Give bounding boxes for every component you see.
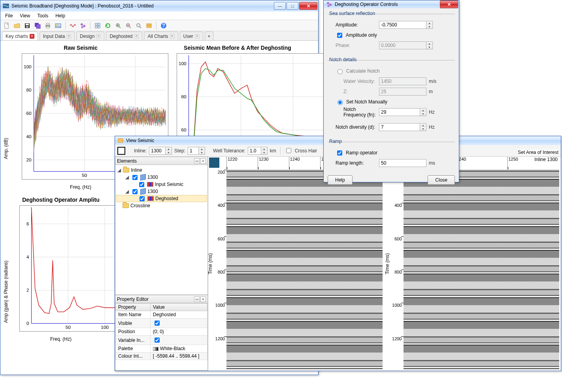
amplitude-only-checkbox[interactable]: [337, 33, 342, 38]
elements-panel-header[interactable]: Elements ▭ ×: [115, 157, 208, 165]
tab-key-charts[interactable]: Key charts×: [2, 32, 38, 40]
menu-view[interactable]: View: [17, 12, 33, 19]
panel-float-icon[interactable]: ▭: [194, 296, 200, 302]
chart-plot[interactable]: 501000246: [19, 205, 130, 332]
svg-text:?: ?: [162, 23, 165, 28]
ramp-operator-checkbox[interactable]: [337, 150, 342, 156]
open-icon[interactable]: [12, 21, 22, 30]
close-tab-icon[interactable]: ×: [134, 34, 139, 39]
notch-diversity-input[interactable]: [379, 123, 420, 131]
seismic-section-1[interactable]: Inline 1300 - Inpu 122012301240125012 20…: [208, 157, 384, 371]
tree-row[interactable]: ◢1300: [116, 188, 207, 195]
property-editor-header[interactable]: Property Editor ▭ ×: [115, 295, 208, 303]
tab-all-charts[interactable]: All Charts×: [144, 32, 178, 40]
table-row[interactable]: Colour Int...[ -5598.44 .. 5598.44 ]: [116, 353, 207, 360]
tree-row-selected[interactable]: Deghosted: [116, 195, 207, 202]
panel-close-icon[interactable]: ×: [200, 158, 206, 164]
view-seismic-icon[interactable]: [144, 21, 154, 30]
step-input[interactable]: [188, 147, 199, 155]
tab-design[interactable]: Design×: [76, 32, 104, 40]
menu-help[interactable]: Help: [52, 12, 68, 19]
close-tab-icon[interactable]: ×: [170, 34, 175, 39]
property-editor-body[interactable]: PropertyValue Item NameDeghosted Visible…: [115, 303, 208, 371]
save-icon[interactable]: [23, 21, 32, 30]
svg-rect-77: [118, 139, 123, 143]
maximize-button[interactable]: □: [287, 2, 298, 10]
close-button[interactable]: ✕: [440, 0, 458, 8]
operator-titlebar[interactable]: Deghosting Operator Controls ✕: [324, 0, 459, 8]
spin-buttons[interactable]: ▲▼: [166, 147, 172, 155]
spin-buttons: ▲▼: [426, 41, 433, 49]
main-titlebar[interactable]: Seismic Broadband [Deghosting Mode] : Pe…: [0, 0, 318, 11]
close-tab-icon[interactable]: ×: [66, 34, 71, 39]
tree-row[interactable]: Crossline: [116, 202, 207, 209]
manual-notch-radio[interactable]: [338, 100, 343, 105]
svg-text:100: 100: [101, 324, 109, 330]
table-row[interactable]: Item NameDeghosted: [116, 311, 207, 319]
panel-float-icon[interactable]: ▭: [194, 158, 200, 164]
inline-input[interactable]: [149, 147, 166, 155]
amplitude-input[interactable]: [379, 21, 426, 29]
menu-tools[interactable]: Tools: [34, 12, 51, 19]
zoom-out-icon[interactable]: [124, 21, 133, 30]
cross-hair-checkbox[interactable]: [286, 148, 291, 153]
minimize-button[interactable]: —: [274, 2, 286, 10]
tree-row[interactable]: ◢1300: [116, 174, 207, 181]
table-row[interactable]: Visible: [116, 319, 207, 328]
close-tab-icon[interactable]: ×: [195, 34, 200, 39]
add-tab-button[interactable]: +: [205, 32, 213, 40]
close-tab-icon[interactable]: ×: [96, 34, 101, 39]
print-icon[interactable]: [43, 21, 53, 30]
zoom-fit-icon[interactable]: [134, 21, 143, 30]
new-icon[interactable]: [2, 21, 11, 30]
menu-file[interactable]: File: [2, 12, 16, 19]
ramp-length-input[interactable]: [379, 159, 426, 167]
tab-deghosted[interactable]: Deghosted×: [106, 32, 142, 40]
close-tab-icon[interactable]: ×: [30, 34, 34, 39]
table-row[interactable]: Variable In...: [116, 336, 207, 345]
close-button[interactable]: ✕: [299, 2, 317, 10]
well-tol-input[interactable]: [248, 147, 261, 155]
panel-close-icon[interactable]: ×: [200, 296, 206, 302]
help-icon[interactable]: ?: [159, 21, 168, 30]
phase-label: Phase:: [328, 43, 379, 48]
tab-user[interactable]: User×: [180, 32, 203, 40]
export-image-icon[interactable]: [53, 21, 63, 30]
elements-tree[interactable]: ◢Inline ◢1300 Input Seismic ◢1300 Deghos…: [115, 165, 208, 295]
seismic-canvas[interactable]: [404, 169, 560, 369]
zoom-in-icon[interactable]: [113, 21, 123, 30]
tree-checkbox[interactable]: [139, 182, 144, 187]
tree-checkbox[interactable]: [132, 175, 138, 180]
tree-row[interactable]: Input Seismic: [116, 181, 207, 188]
spin-buttons[interactable]: ▲▼: [261, 147, 268, 155]
inline-label: Inline:: [134, 148, 147, 154]
tree-checkbox[interactable]: [140, 196, 145, 201]
tree-checkbox[interactable]: [132, 189, 138, 194]
notch-freq-input[interactable]: [379, 108, 420, 116]
svg-rect-1: [5, 23, 8, 28]
tab-input-data[interactable]: Input Data×: [40, 32, 75, 40]
refresh-icon[interactable]: [103, 21, 113, 30]
tree-row[interactable]: ◢Inline: [116, 167, 207, 174]
table-row[interactable]: PaletteWhite-Black: [116, 345, 207, 353]
calc-notch-radio[interactable]: [338, 69, 343, 74]
notch-freq-label: Notch Frequency (fn):: [328, 107, 379, 118]
table-row[interactable]: Position(0; 0): [116, 328, 207, 336]
spin-buttons[interactable]: ▲▼: [420, 123, 426, 131]
save-all-icon[interactable]: [33, 21, 42, 30]
visible-checkbox[interactable]: [155, 321, 160, 326]
chart-title: Deghosting Operator Amplitu: [4, 197, 118, 203]
seismic-section-2[interactable]: Set Area of Interest Inline 1300 1230124…: [384, 157, 561, 371]
spin-buttons[interactable]: ▲▼: [420, 108, 426, 116]
close-button[interactable]: Close: [428, 175, 455, 185]
spin-buttons[interactable]: ▲▼: [199, 147, 205, 155]
operator-controls-icon[interactable]: [78, 21, 88, 30]
wavelet-icon[interactable]: [68, 21, 77, 30]
palette-icon[interactable]: [117, 147, 125, 155]
variable-in-checkbox[interactable]: [155, 338, 160, 343]
seismic-canvas[interactable]: [226, 169, 383, 369]
spin-buttons[interactable]: ▲▼: [426, 21, 433, 29]
help-button[interactable]: Help: [328, 175, 353, 185]
grid-icon[interactable]: [93, 21, 102, 30]
palette-swatch-icon: [153, 347, 158, 351]
